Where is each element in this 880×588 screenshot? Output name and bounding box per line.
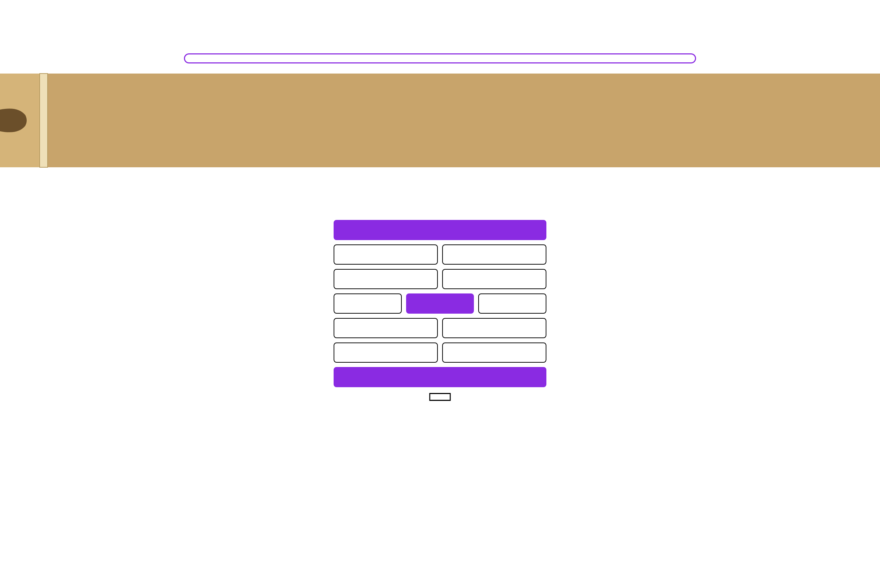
answer-minor-6th[interactable]	[333, 318, 438, 338]
answer-unison[interactable]	[333, 220, 547, 240]
answer-minor-2nd[interactable]	[333, 244, 438, 265]
answer-perfect-4th[interactable]	[333, 294, 402, 314]
answer-major-2nd[interactable]	[442, 244, 547, 265]
answer-perfect-5th[interactable]	[478, 294, 547, 314]
score-display	[429, 393, 451, 401]
answer-major-7th[interactable]	[442, 342, 547, 363]
feedback-banner	[184, 53, 696, 63]
answer-major-3rd[interactable]	[442, 269, 547, 289]
svg-rect-2	[40, 74, 48, 167]
answer-minor-7th[interactable]	[333, 342, 438, 363]
answer-grid	[333, 220, 547, 387]
answer-minor-3rd[interactable]	[333, 269, 438, 289]
fretboard[interactable]	[0, 66, 880, 191]
answer-tritone[interactable]	[406, 294, 474, 314]
fret-number-row	[0, 177, 880, 191]
fretboard-svg	[0, 66, 880, 174]
answer-octave[interactable]	[333, 367, 547, 387]
svg-rect-0	[0, 74, 880, 167]
answer-major-6th[interactable]	[442, 318, 547, 338]
